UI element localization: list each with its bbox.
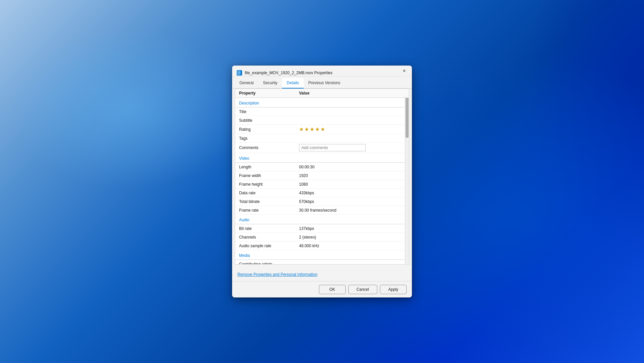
tab-bar: General Security Details Previous Versio…	[232, 78, 412, 89]
row-data-rate-property: Data rate	[239, 191, 299, 195]
section-description-header: Description	[235, 98, 405, 107]
title-bar: file_example_MOV_1920_2_2MB.mov Properti…	[232, 66, 412, 77]
section-video-label: Video	[239, 156, 249, 161]
row-rating-value[interactable]: ★★★★★	[299, 126, 401, 132]
table-row: Rating ★★★★★	[235, 125, 405, 134]
section-video-header: Video	[235, 153, 405, 163]
ok-button[interactable]: OK	[319, 285, 346, 294]
link-area: Remove Properties and Personal Informati…	[232, 267, 412, 281]
close-button[interactable]: ✕	[397, 66, 412, 76]
tab-security[interactable]: Security	[258, 78, 282, 89]
row-total-bitrate-value: 570kbps	[299, 199, 401, 204]
row-data-rate-value: 433kbps	[299, 191, 401, 195]
row-contributing-artists-property: Contributing artists	[239, 262, 299, 265]
row-frame-rate-value: 30.00 frames/second	[299, 208, 401, 213]
table-row: Subtitle	[235, 116, 405, 125]
row-frame-width-property: Frame width	[239, 173, 299, 178]
row-frame-rate-property: Frame rate	[239, 208, 299, 213]
table-row: Comments	[235, 143, 405, 153]
row-channels-value: 2 (stereo)	[299, 235, 401, 240]
comments-input[interactable]	[299, 144, 366, 151]
table-row: Title	[235, 107, 405, 116]
row-bit-rate-value: 137kbps	[299, 226, 401, 231]
row-comments-value[interactable]	[299, 144, 401, 151]
remove-properties-link[interactable]: Remove Properties and Personal Informati…	[237, 272, 317, 277]
row-rating-property: Rating	[239, 127, 299, 132]
column-property-header: Property	[239, 91, 299, 95]
table-rows: Description Title Subtitle Rating ★★★★★	[235, 98, 409, 264]
row-channels-property: Channels	[239, 235, 299, 240]
row-comments-property: Comments	[239, 145, 299, 150]
tab-previous-versions[interactable]: Previous Versions	[304, 78, 345, 89]
table-row: Frame rate 30.00 frames/second	[235, 206, 405, 215]
section-media-header: Media	[235, 250, 405, 260]
apply-button[interactable]: Apply	[380, 285, 407, 294]
row-audio-sample-rate-property: Audio sample rate	[239, 244, 299, 248]
table-row: Tags	[235, 134, 405, 143]
table-row: Contributing artists	[235, 260, 405, 264]
scrollbar-thumb[interactable]	[406, 98, 409, 138]
row-frame-height-value: 1080	[299, 182, 401, 187]
section-media-label: Media	[239, 253, 250, 258]
table-header: Property Value	[235, 89, 409, 98]
row-frame-width-value: 1920	[299, 173, 401, 178]
section-description-label: Description	[239, 101, 259, 105]
row-length-value: 00:00:30	[299, 165, 401, 169]
row-total-bitrate-property: Total bitrate	[239, 199, 299, 204]
section-audio-header: Audio	[235, 215, 405, 224]
row-length-property: Length	[239, 165, 299, 169]
properties-dialog: file_example_MOV_1920_2_2MB.mov Properti…	[232, 66, 412, 297]
dialog-title: file_example_MOV_1920_2_2MB.mov Properti…	[245, 71, 332, 75]
cancel-button[interactable]: Cancel	[348, 285, 377, 294]
tab-general[interactable]: General	[235, 78, 258, 89]
row-subtitle-property: Subtitle	[239, 118, 299, 123]
section-audio-label: Audio	[239, 218, 249, 222]
dialog-footer: OK Cancel Apply	[232, 281, 412, 297]
tab-details[interactable]: Details	[282, 78, 304, 89]
row-bit-rate-property: Bit rate	[239, 226, 299, 231]
details-content: Property Value Description Title Subtitl…	[235, 89, 409, 265]
file-icon	[237, 70, 242, 76]
scrollbar[interactable]	[405, 98, 409, 264]
row-tags-property: Tags	[239, 136, 299, 141]
row-audio-sample-rate-value: 48.000 kHz	[299, 244, 401, 248]
row-title-property: Title	[239, 109, 299, 114]
title-bar-left: file_example_MOV_1920_2_2MB.mov Properti…	[237, 70, 332, 76]
table-row: Frame width 1920	[235, 171, 405, 180]
table-row: Bit rate 137kbps	[235, 224, 405, 233]
table-row: Data rate 433kbps	[235, 189, 405, 197]
table-row: Length 00:00:30	[235, 163, 405, 171]
row-frame-height-property: Frame height	[239, 182, 299, 187]
table-body: Description Title Subtitle Rating ★★★★★	[235, 98, 409, 264]
column-value-header: Value	[299, 91, 405, 95]
table-row: Channels 2 (stereo)	[235, 233, 405, 242]
table-row: Frame height 1080	[235, 180, 405, 189]
table-row: Total bitrate 570kbps	[235, 197, 405, 206]
table-row: Audio sample rate 48.000 kHz	[235, 242, 405, 250]
rating-stars[interactable]: ★★★★★	[299, 126, 326, 132]
